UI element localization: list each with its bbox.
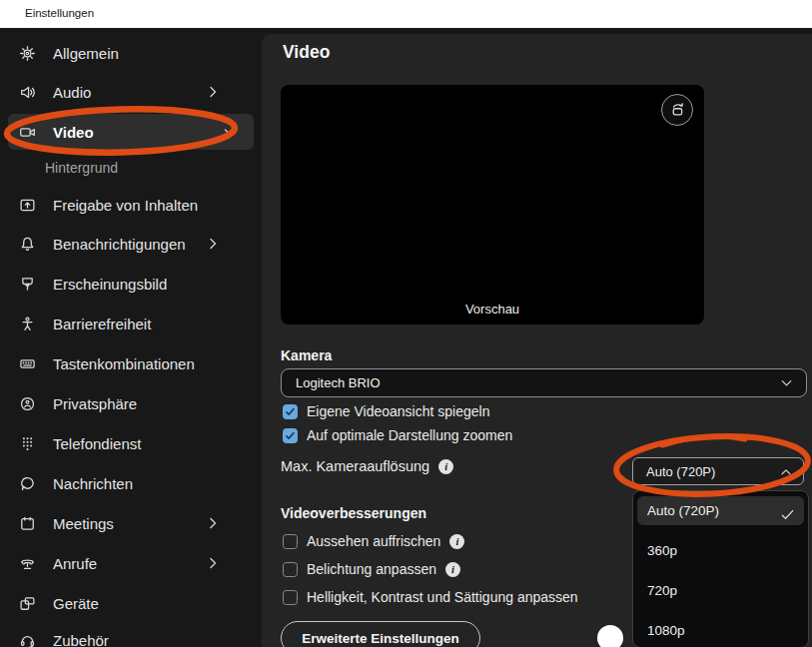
privacy-icon — [18, 394, 36, 412]
gear-icon — [18, 44, 36, 62]
sidebar-item-label: Nachrichten — [53, 475, 133, 492]
checkbox-label: Auf optimale Darstellung zoomen — [307, 427, 512, 443]
phone-icon — [18, 554, 36, 572]
sidebar-item-label: Benachrichtigungen — [53, 236, 186, 253]
sidebar-item-label: Anrufe — [53, 555, 97, 572]
keyboard-icon — [18, 354, 36, 372]
sidebar-item-label: Zubehör — [53, 632, 109, 647]
share-screen-icon — [18, 196, 36, 214]
menu-option-360p[interactable]: 360p — [647, 537, 677, 565]
brightness-contrast-row[interactable]: Helligkeit, Kontrast und Sättigung anpas… — [283, 588, 578, 606]
sidebar-item-label: Meetings — [53, 515, 114, 532]
menu-option-label: Auto (720P) — [647, 503, 719, 518]
settings-sidebar: Allgemein Audio Video Hintergrund Freiga… — [0, 28, 262, 647]
resolution-dropdown-menu: Auto (720P) 360p 720p 1080p — [632, 490, 809, 647]
sidebar-item-label: Tastenkombinationen — [53, 355, 195, 372]
preview-caption: Vorschau — [281, 302, 704, 317]
sidebar-item-privatsphaere[interactable]: Privatsphäre — [8, 388, 254, 418]
bell-icon — [18, 235, 36, 253]
sidebar-item-label: Video — [53, 124, 94, 141]
sidebar-item-hintergrund[interactable]: Hintergrund — [45, 160, 118, 176]
mirror-video-checkbox-row[interactable]: Eigene Videoansicht spiegeln — [283, 402, 489, 420]
cursor-highlight — [597, 625, 623, 647]
camera-select[interactable]: Logitech BRIO — [281, 368, 807, 397]
sidebar-item-nachrichten[interactable]: Nachrichten — [8, 468, 254, 498]
flip-camera-button[interactable] — [661, 94, 693, 126]
checkbox-checked-icon[interactable] — [283, 404, 298, 419]
sidebar-item-erscheinungsbild[interactable]: Erscheinungsbild — [8, 269, 254, 299]
sidebar-item-label: Barrierefreiheit — [53, 316, 151, 332]
checkbox-checked-icon[interactable] — [283, 428, 298, 443]
advanced-settings-button[interactable]: Erweiterte Einstellungen — [281, 621, 480, 647]
video-settings-panel: Video Vorschau Kamera Logitech BRIO Eige… — [262, 34, 812, 647]
sidebar-item-freigabe[interactable]: Freigabe von Inhalten — [8, 190, 254, 220]
chat-icon — [18, 474, 36, 492]
info-icon[interactable]: i — [445, 562, 460, 577]
sidebar-item-label: Geräte — [53, 595, 99, 612]
chevron-right-icon — [205, 84, 221, 100]
calendar-icon — [18, 514, 36, 532]
menu-option-1080p[interactable]: 1080p — [647, 617, 685, 645]
info-icon[interactable]: i — [438, 459, 453, 474]
sidebar-item-label: Freigabe von Inhalten — [53, 197, 198, 214]
sidebar-item-label: Telefondienst — [53, 435, 141, 452]
sidebar-item-telefondienst[interactable]: Telefondienst — [8, 428, 254, 458]
checkbox-label: Helligkeit, Kontrast und Sättigung anpas… — [307, 589, 578, 605]
enhancements-title: Videoverbesserungen — [281, 505, 426, 521]
sidebar-item-zubehoer[interactable]: Zubehör — [8, 625, 254, 647]
sidebar-item-geraete[interactable]: Geräte — [8, 588, 254, 618]
sidebar-item-label: Erscheinungsbild — [53, 276, 167, 293]
checkbox-label: Aussehen auffrischen — [307, 533, 440, 549]
dialpad-icon — [18, 434, 36, 452]
sidebar-item-video[interactable]: Video — [8, 114, 254, 150]
info-icon[interactable]: i — [449, 534, 464, 549]
paintbrush-icon — [18, 275, 36, 293]
accessibility-icon — [18, 315, 36, 332]
chevron-right-icon — [205, 236, 221, 252]
sidebar-item-label: Allgemein — [53, 45, 119, 62]
checkbox-label: Eigene Videoansicht spiegeln — [307, 403, 489, 419]
flip-camera-icon — [668, 101, 686, 119]
refresh-appearance-row[interactable]: Aussehen auffrischen i — [283, 532, 464, 550]
resolution-value: Auto (720P) — [646, 464, 715, 479]
sidebar-item-anrufe[interactable]: Anrufe — [8, 548, 254, 578]
sidebar-item-allgemein[interactable]: Allgemein — [8, 38, 254, 68]
sidebar-item-label: Privatsphäre — [53, 395, 137, 412]
chevron-right-icon — [205, 555, 221, 571]
adjust-exposure-row[interactable]: Belichtung anpassen i — [283, 560, 460, 578]
settings-window: Einstellungen Allgemein Audio Video Hint… — [0, 0, 812, 647]
sidebar-item-meetings[interactable]: Meetings — [8, 508, 254, 538]
window-titlebar: Einstellungen — [0, 0, 812, 28]
resolution-dropdown-button[interactable]: Auto (720P) — [632, 457, 804, 485]
checkbox-unchecked-icon[interactable] — [283, 562, 298, 577]
camera-icon — [18, 123, 36, 141]
sidebar-item-barrierefreiheit[interactable]: Barrierefreiheit — [8, 309, 254, 338]
chevron-up-icon — [779, 465, 793, 479]
sidebar-item-benachrichtigungen[interactable]: Benachrichtigungen — [8, 229, 254, 259]
camera-select-value: Logitech BRIO — [296, 375, 381, 390]
check-icon — [780, 503, 795, 518]
sidebar-item-tastenkombinationen[interactable]: Tastenkombinationen — [8, 348, 254, 378]
checkbox-unchecked-icon[interactable] — [283, 534, 298, 549]
menu-option-auto-720p[interactable]: Auto (720P) — [637, 496, 804, 525]
chevron-down-icon — [779, 375, 794, 390]
headset-icon — [18, 631, 36, 647]
sidebar-item-audio[interactable]: Audio — [8, 77, 254, 107]
page-title: Video — [283, 42, 330, 63]
speaker-icon — [18, 83, 36, 101]
optimal-zoom-checkbox-row[interactable]: Auf optimale Darstellung zoomen — [283, 426, 512, 444]
checkbox-label: Belichtung anpassen — [307, 561, 436, 577]
checkbox-unchecked-icon[interactable] — [283, 590, 298, 605]
window-title: Einstellungen — [25, 7, 94, 19]
max-resolution-row: Max. Kameraauflösung i — [281, 456, 453, 476]
sidebar-item-label: Audio — [53, 84, 91, 101]
video-preview: Vorschau — [281, 85, 704, 324]
chevron-down-icon — [222, 124, 238, 140]
camera-label: Kamera — [281, 347, 332, 363]
devices-icon — [18, 594, 36, 612]
max-resolution-label: Max. Kameraauflösung — [281, 458, 429, 474]
menu-option-720p[interactable]: 720p — [647, 577, 677, 605]
chevron-right-icon — [205, 515, 221, 531]
